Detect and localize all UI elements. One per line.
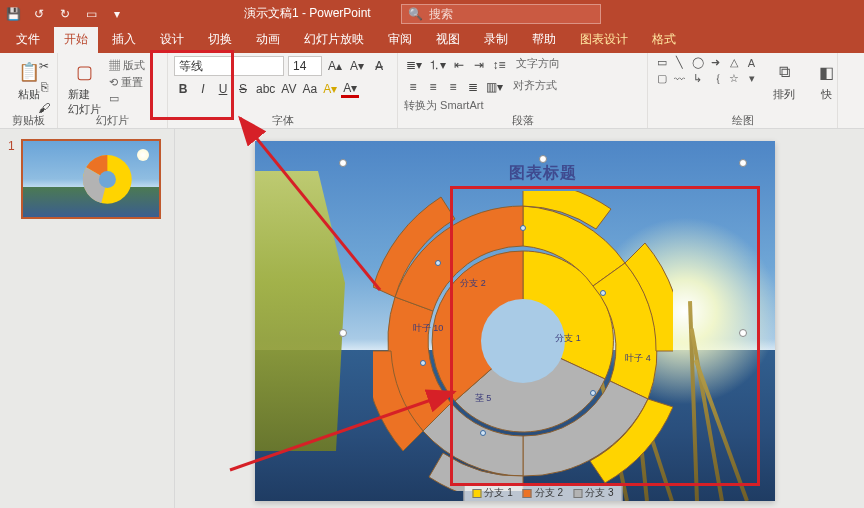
reset-button[interactable]: ⟲ 重置 <box>109 75 145 90</box>
smartart-button[interactable]: 转换为 SmartArt <box>404 98 641 113</box>
tab-review[interactable]: 审阅 <box>378 27 422 53</box>
italic-button[interactable]: I <box>194 80 212 98</box>
undo-icon[interactable]: ↺ <box>32 7 46 21</box>
align-left-icon[interactable]: ≡ <box>404 78 422 96</box>
new-slide-button[interactable]: ▢ 新建 幻灯片 <box>64 56 105 119</box>
shape-oval-icon[interactable]: ◯ <box>690 56 705 69</box>
chart-edit-point[interactable] <box>435 260 441 266</box>
section-icon: ▭ <box>109 92 119 104</box>
increase-indent-icon[interactable]: ⇥ <box>470 56 488 74</box>
search-box[interactable]: 🔍 <box>401 4 601 24</box>
group-label-drawing: 绘图 <box>648 112 837 128</box>
font-size-combo[interactable]: 14 <box>288 56 322 76</box>
group-paragraph: ≣▾ ⒈▾ ⇤ ⇥ ↕≡ 文字方向 ≡ ≡ ≡ ≣ ▥▾ 对齐方式 转换为 Sm… <box>398 53 648 128</box>
shape-text-icon[interactable]: A <box>744 56 759 69</box>
shape-brace-icon[interactable]: ｛ <box>708 72 723 85</box>
thumbnail-pane[interactable]: 1 <box>0 129 175 508</box>
numbering-icon[interactable]: ⒈▾ <box>426 56 448 74</box>
selection-handle[interactable] <box>539 155 547 163</box>
tab-animations[interactable]: 动画 <box>246 27 290 53</box>
justify-icon[interactable]: ≣ <box>464 78 482 96</box>
chart-edit-point[interactable] <box>480 430 486 436</box>
tab-record[interactable]: 录制 <box>474 27 518 53</box>
layout-button[interactable]: ▦ 版式 <box>109 58 145 73</box>
shape-line-icon[interactable]: ╲ <box>672 56 687 69</box>
shrink-font-icon[interactable]: A▾ <box>348 57 366 75</box>
chart-object[interactable]: 图表标题 <box>343 163 743 501</box>
sunburst-chart[interactable] <box>373 191 673 491</box>
ribbon: 📋 粘贴 ✂ ⎘ 🖌 剪贴板 ▢ 新建 幻灯片 ▦ 版式 ⟲ 重置 ▭ 幻灯片 <box>0 53 864 129</box>
highlight-color-button[interactable]: A▾ <box>321 80 339 98</box>
char-spacing-button[interactable]: AV <box>279 80 298 98</box>
bullets-icon[interactable]: ≣▾ <box>404 56 424 74</box>
tab-transitions[interactable]: 切换 <box>198 27 242 53</box>
tab-help[interactable]: 帮助 <box>522 27 566 53</box>
shape-rect-icon[interactable]: ▭ <box>654 56 669 69</box>
search-input[interactable] <box>429 7 594 21</box>
legend-item-1[interactable]: 分支 1 <box>472 486 512 500</box>
copy-icon[interactable]: ⎘ <box>35 78 53 96</box>
qat-more-icon[interactable]: ▾ <box>110 7 124 21</box>
legend-item-3[interactable]: 分支 3 <box>573 486 613 500</box>
align-right-icon[interactable]: ≡ <box>444 78 462 96</box>
group-slides: ▢ 新建 幻灯片 ▦ 版式 ⟲ 重置 ▭ 幻灯片 <box>58 53 168 128</box>
shadow-button[interactable]: abc <box>254 80 277 98</box>
clear-format-icon[interactable]: A̶ <box>370 57 388 75</box>
font-name-combo[interactable]: 等线 <box>174 56 284 76</box>
shape-rrect-icon[interactable]: ▢ <box>654 72 669 85</box>
svg-point-1 <box>99 170 116 187</box>
legend-swatch <box>472 489 481 498</box>
shapes-gallery[interactable]: ▭ ╲ ◯ ➜ △ A ▢ 〰 ↳ ｛ ☆ ▾ <box>654 56 760 104</box>
chart-title[interactable]: 图表标题 <box>343 163 743 184</box>
slide-thumbnail-1[interactable]: 1 <box>8 139 166 219</box>
chart-edit-point[interactable] <box>420 360 426 366</box>
chart-edit-point[interactable] <box>520 225 526 231</box>
bold-button[interactable]: B <box>174 80 192 98</box>
svg-point-2 <box>481 299 565 383</box>
redo-icon[interactable]: ↻ <box>58 7 72 21</box>
text-direction-button[interactable]: 文字方向 <box>516 56 560 74</box>
tab-home[interactable]: 开始 <box>54 27 98 53</box>
quick-styles-button[interactable]: ◧ 快 <box>808 56 844 104</box>
line-spacing-icon[interactable]: ↕≡ <box>490 56 508 74</box>
slide-canvas-area[interactable]: 图表标题 <box>175 129 864 508</box>
slide: 图表标题 <box>255 141 775 501</box>
tab-chart-design[interactable]: 图表设计 <box>570 27 638 53</box>
save-icon[interactable]: 💾 <box>6 7 20 21</box>
seg-label: 叶子 10 <box>413 322 444 335</box>
section-button[interactable]: ▭ <box>109 92 145 105</box>
chart-edit-point[interactable] <box>600 290 606 296</box>
start-from-beginning-icon[interactable]: ▭ <box>84 7 98 21</box>
document-title: 演示文稿1 - PowerPoint <box>244 5 371 22</box>
align-center-icon[interactable]: ≡ <box>424 78 442 96</box>
quick-styles-icon: ◧ <box>812 58 840 86</box>
tab-insert[interactable]: 插入 <box>102 27 146 53</box>
shape-more-icon[interactable]: ▾ <box>744 72 759 85</box>
tab-view[interactable]: 视图 <box>426 27 470 53</box>
tab-design[interactable]: 设计 <box>150 27 194 53</box>
grow-font-icon[interactable]: A▴ <box>326 57 344 75</box>
shape-arrow-icon[interactable]: ➜ <box>708 56 723 69</box>
tab-format[interactable]: 格式 <box>642 27 686 53</box>
legend-item-2[interactable]: 分支 2 <box>523 486 563 500</box>
strike-button[interactable]: S <box>234 80 252 98</box>
tab-slideshow[interactable]: 幻灯片放映 <box>294 27 374 53</box>
columns-icon[interactable]: ▥▾ <box>484 78 505 96</box>
layout-icon: ▦ <box>109 59 123 71</box>
align-text-button[interactable]: 对齐方式 <box>513 78 557 96</box>
shape-curve-icon[interactable]: 〰 <box>672 72 687 85</box>
search-icon: 🔍 <box>408 7 423 21</box>
shape-star-icon[interactable]: ☆ <box>726 72 741 85</box>
underline-button[interactable]: U <box>214 80 232 98</box>
font-color-button[interactable]: A▾ <box>341 80 359 98</box>
decrease-indent-icon[interactable]: ⇤ <box>450 56 468 74</box>
chart-legend[interactable]: 分支 1 分支 2 分支 3 <box>463 483 622 501</box>
change-case-button[interactable]: Aa <box>300 80 319 98</box>
shape-connector-icon[interactable]: ↳ <box>690 72 705 85</box>
arrange-icon: ⧉ <box>770 58 798 86</box>
tab-file[interactable]: 文件 <box>6 27 50 53</box>
arrange-button[interactable]: ⧉ 排列 <box>766 56 802 104</box>
shape-tri-icon[interactable]: △ <box>726 56 741 69</box>
cut-icon[interactable]: ✂ <box>35 57 53 75</box>
chart-edit-point[interactable] <box>590 390 596 396</box>
